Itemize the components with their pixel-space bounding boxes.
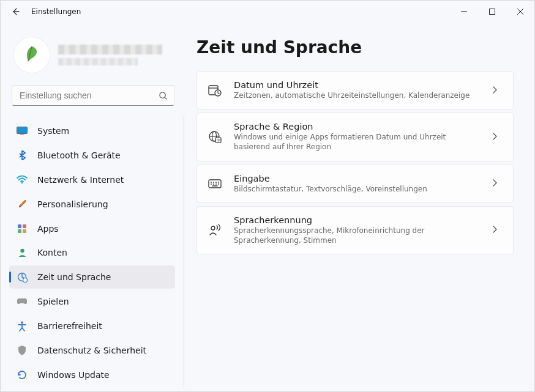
svg-point-13 bbox=[20, 249, 24, 253]
svg-rect-2 bbox=[490, 9, 495, 15]
svg-point-26 bbox=[211, 182, 212, 183]
leaf-icon bbox=[21, 44, 43, 66]
sidebar-item-apps[interactable]: Apps bbox=[9, 217, 175, 240]
avatar bbox=[14, 37, 50, 73]
card-language-region[interactable]: 字 Sprache & Region Windows und einige Ap… bbox=[196, 113, 514, 161]
svg-point-27 bbox=[213, 182, 214, 183]
shield-icon bbox=[17, 345, 28, 356]
calendar-clock-icon bbox=[208, 84, 222, 97]
sidebar-item-network[interactable]: Netzwerk & Internet bbox=[9, 168, 175, 191]
svg-rect-25 bbox=[209, 180, 221, 188]
bluetooth-icon bbox=[17, 150, 28, 161]
person-icon bbox=[17, 247, 28, 258]
wifi-icon bbox=[17, 174, 28, 185]
display-icon bbox=[17, 125, 28, 136]
search-box[interactable] bbox=[12, 85, 174, 106]
card-title: Datum und Uhrzeit bbox=[234, 80, 480, 90]
card-text: Datum und Uhrzeit Zeitzonen, automatisch… bbox=[234, 80, 480, 100]
svg-point-29 bbox=[218, 182, 219, 183]
minimize-button[interactable] bbox=[450, 2, 478, 21]
window-title: Einstellungen bbox=[31, 7, 81, 16]
card-desc: Spracherkennungssprache, Mikrofoneinrich… bbox=[234, 226, 480, 245]
sidebar-item-label: Spielen bbox=[37, 297, 69, 306]
sidebar-item-privacy[interactable]: Datenschutz & Sicherheit bbox=[9, 339, 175, 362]
sidebar-item-label: Barrierefreiheit bbox=[37, 321, 102, 331]
svg-rect-5 bbox=[17, 127, 28, 133]
search-input[interactable] bbox=[18, 90, 159, 101]
svg-rect-11 bbox=[18, 229, 21, 233]
profile-section[interactable] bbox=[9, 28, 184, 85]
svg-rect-12 bbox=[23, 229, 26, 233]
arrow-left-icon bbox=[10, 7, 20, 17]
minimize-icon bbox=[461, 9, 467, 15]
speech-icon bbox=[208, 223, 222, 237]
sidebar-item-label: Personalisierung bbox=[37, 199, 108, 209]
page-title: Zeit und Sprache bbox=[196, 37, 514, 57]
sidebar: System Bluetooth & Geräte Netzwerk & Int… bbox=[1, 23, 184, 391]
keyboard-icon bbox=[208, 177, 222, 190]
svg-point-33 bbox=[218, 183, 219, 185]
sidebar-item-accounts[interactable]: Konten bbox=[9, 242, 175, 265]
sidebar-item-label: Windows Update bbox=[37, 370, 110, 380]
sidebar-item-label: Apps bbox=[37, 224, 59, 234]
apps-icon bbox=[17, 223, 28, 234]
svg-point-35 bbox=[211, 226, 215, 230]
accessibility-icon bbox=[17, 320, 28, 331]
settings-window: Einstellungen bbox=[0, 0, 535, 392]
update-icon bbox=[17, 369, 28, 380]
sidebar-item-time-language[interactable]: Zeit und Sprache bbox=[9, 265, 175, 289]
svg-point-3 bbox=[160, 92, 165, 97]
svg-point-30 bbox=[211, 183, 212, 185]
sidebar-item-label: System bbox=[37, 126, 69, 136]
sidebar-item-bluetooth[interactable]: Bluetooth & Geräte bbox=[9, 144, 175, 167]
card-desc: Windows und einige Apps formatieren Datu… bbox=[234, 132, 480, 152]
profile-text bbox=[58, 45, 179, 65]
card-desc: Zeitzonen, automatische Uhrzeiteinstellu… bbox=[234, 91, 480, 100]
profile-sub-redacted bbox=[58, 58, 138, 65]
close-icon bbox=[517, 9, 523, 15]
card-title: Spracherkennung bbox=[234, 215, 480, 225]
globe-clock-icon bbox=[17, 272, 28, 283]
card-text: Sprache & Region Windows und einige Apps… bbox=[234, 122, 480, 152]
sidebar-item-accessibility[interactable]: Barrierefreiheit bbox=[9, 314, 175, 338]
close-button[interactable] bbox=[506, 2, 534, 21]
svg-line-4 bbox=[165, 97, 166, 99]
brush-icon bbox=[17, 199, 28, 210]
svg-point-8 bbox=[21, 182, 23, 183]
profile-name-redacted bbox=[58, 45, 162, 54]
sidebar-item-windows-update[interactable]: Windows Update bbox=[9, 363, 175, 386]
sidebar-item-gaming[interactable]: Spielen bbox=[9, 290, 175, 313]
maximize-icon bbox=[489, 9, 495, 15]
maximize-button[interactable] bbox=[478, 2, 506, 21]
chevron-right-icon bbox=[492, 225, 502, 235]
sidebar-item-system[interactable]: System bbox=[9, 119, 175, 142]
chevron-right-icon bbox=[492, 179, 502, 188]
svg-point-31 bbox=[213, 183, 214, 185]
sidebar-item-label: Netzwerk & Internet bbox=[37, 175, 124, 185]
titlebar: Einstellungen bbox=[1, 1, 534, 23]
svg-point-16 bbox=[21, 321, 23, 324]
svg-point-28 bbox=[215, 182, 217, 183]
card-date-time[interactable]: Datum und Uhrzeit Zeitzonen, automatisch… bbox=[196, 71, 514, 109]
svg-point-32 bbox=[215, 183, 217, 185]
card-title: Sprache & Region bbox=[234, 122, 480, 131]
card-speech[interactable]: Spracherkennung Spracherkennungssprache,… bbox=[196, 206, 514, 254]
back-button[interactable] bbox=[6, 2, 25, 21]
search-icon bbox=[159, 91, 168, 100]
window-controls bbox=[450, 2, 534, 21]
card-title: Eingabe bbox=[234, 174, 480, 183]
card-desc: Bildschirmtastatur, Textvorschläge, Vore… bbox=[234, 184, 480, 194]
sidebar-item-label: Datenschutz & Sicherheit bbox=[37, 346, 146, 355]
card-text: Spracherkennung Spracherkennungssprache,… bbox=[234, 215, 480, 245]
sidebar-item-personalization[interactable]: Personalisierung bbox=[9, 193, 175, 216]
sidebar-item-label: Zeit und Sprache bbox=[37, 272, 111, 282]
svg-text:字: 字 bbox=[217, 138, 220, 142]
svg-rect-9 bbox=[18, 224, 21, 228]
svg-point-15 bbox=[23, 278, 27, 282]
svg-rect-10 bbox=[23, 224, 26, 228]
card-typing[interactable]: Eingabe Bildschirmtastatur, Textvorschlä… bbox=[196, 165, 514, 203]
chevron-right-icon bbox=[492, 86, 502, 95]
sidebar-item-label: Konten bbox=[37, 248, 67, 257]
globe-language-icon: 字 bbox=[208, 130, 222, 144]
gamepad-icon bbox=[17, 296, 28, 307]
